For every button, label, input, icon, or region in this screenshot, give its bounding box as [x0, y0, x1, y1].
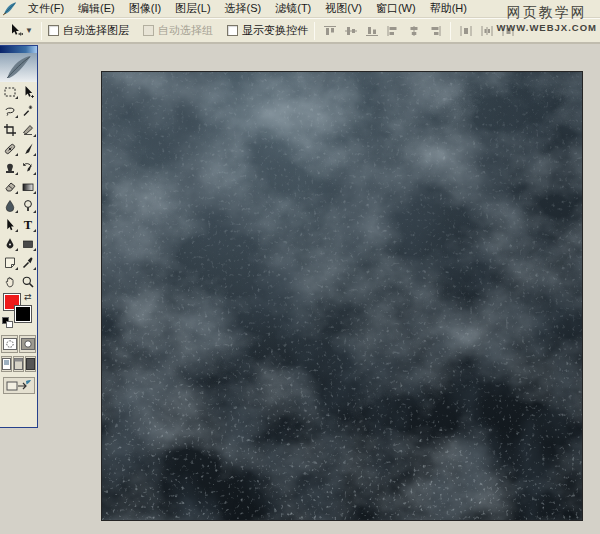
- blur-icon: [3, 199, 17, 213]
- menu-item-edit[interactable]: 编辑(E): [71, 0, 122, 16]
- align-top-edges-button[interactable]: [321, 22, 339, 39]
- history-brush-icon: [21, 161, 35, 175]
- default-colors-icon[interactable]: [2, 317, 14, 329]
- tool-crop[interactable]: [1, 120, 19, 139]
- distribute-horizontal-centers-button[interactable]: [478, 22, 496, 39]
- checkbox-auto-select-layer[interactable]: 自动选择图层: [48, 23, 129, 38]
- distribute-left-edges-button[interactable]: [457, 22, 475, 39]
- tool-slice[interactable]: [19, 120, 37, 139]
- move-tool-icon: [8, 23, 23, 39]
- checkbox-label: 显示变换控件: [242, 23, 308, 38]
- tool-clone-stamp[interactable]: [1, 158, 19, 177]
- standard-screen-mode-button[interactable]: [1, 356, 12, 372]
- align-bottom-edges-icon: [364, 24, 380, 38]
- work-area: [0, 44, 600, 534]
- tool-eraser[interactable]: [1, 177, 19, 196]
- imageready-icon: [6, 379, 32, 392]
- watermark: 网页教学网 WWW.WEBJX.COM: [496, 4, 597, 33]
- menu-item-file[interactable]: 文件(F): [21, 0, 71, 16]
- menu-item-view[interactable]: 视图(V): [318, 0, 369, 16]
- document-canvas[interactable]: [101, 71, 583, 521]
- lasso-icon: [3, 104, 17, 118]
- separator: [450, 22, 451, 40]
- tool-history-brush[interactable]: [19, 158, 37, 177]
- quick-mask-mode-button[interactable]: [19, 335, 36, 353]
- eyedropper-icon: [21, 256, 35, 270]
- pen-icon: [3, 237, 17, 251]
- watermark-url: WWW.WEBJX.COM: [496, 22, 597, 34]
- tool-hand[interactable]: [1, 272, 19, 291]
- menu-item-window[interactable]: 窗口(W): [369, 0, 423, 16]
- align-left-edges-icon: [385, 24, 401, 38]
- align-horizontal-centers-icon: [406, 24, 422, 38]
- tool-shape[interactable]: [19, 234, 37, 253]
- checkbox-box[interactable]: [227, 25, 238, 36]
- align-vertical-centers-icon: [343, 24, 359, 38]
- checkbox-box: [143, 25, 154, 36]
- tool-blur[interactable]: [1, 196, 19, 215]
- notes-icon: [3, 256, 17, 270]
- toolbox-palette: T ⇄: [0, 45, 38, 428]
- checkbox-show-transform-controls[interactable]: 显示变换控件: [227, 23, 308, 38]
- photoshop-feather-icon: [2, 1, 18, 16]
- standard-screen-icon: [2, 358, 11, 370]
- distribute-left-edges-icon: [458, 24, 474, 38]
- separator: [41, 22, 42, 40]
- tool-gradient[interactable]: [19, 177, 37, 196]
- tool-zoom[interactable]: [19, 272, 37, 291]
- tool-type[interactable]: T: [19, 215, 37, 234]
- tool-magic-wand[interactable]: [19, 101, 37, 120]
- type-icon: T: [21, 218, 35, 232]
- tool-healing-brush[interactable]: [1, 139, 19, 158]
- tool-eyedropper[interactable]: [19, 253, 37, 272]
- slice-icon: [21, 123, 35, 137]
- distribute-horizontal-centers-icon: [479, 24, 495, 38]
- menu-item-help[interactable]: 帮助(H): [423, 0, 474, 16]
- standard-mode-button[interactable]: [1, 335, 18, 353]
- screen-mode-buttons: [0, 354, 37, 374]
- align-horizontal-centers-button[interactable]: [405, 22, 423, 39]
- checkbox-group: 自动选择图层自动选择组显示变换控件: [48, 23, 308, 38]
- crop-icon: [3, 123, 17, 137]
- brush-icon: [21, 142, 35, 156]
- jump-to-imageready-row: [0, 374, 37, 396]
- checkbox-box[interactable]: [48, 25, 59, 36]
- edit-mode-buttons: [0, 333, 37, 354]
- toolbox-titlebar[interactable]: [0, 46, 37, 53]
- tool-rectangular-marquee[interactable]: [1, 82, 19, 101]
- eraser-icon: [3, 180, 17, 194]
- tool-pen[interactable]: [1, 234, 19, 253]
- tool-lasso[interactable]: [1, 101, 19, 120]
- menu-item-layer[interactable]: 图层(L): [168, 0, 217, 16]
- align-left-edges-button[interactable]: [384, 22, 402, 39]
- tool-preset-picker[interactable]: ▼: [6, 22, 35, 40]
- tool-brush[interactable]: [19, 139, 37, 158]
- menu-items: 文件(F)编辑(E)图像(I)图层(L)选择(S)滤镜(T)视图(V)窗口(W)…: [21, 1, 474, 16]
- tool-path-selection[interactable]: [1, 215, 19, 234]
- align-right-edges-button[interactable]: [426, 22, 444, 39]
- fullscreen-mode-button[interactable]: [25, 356, 36, 372]
- align-vertical-centers-button[interactable]: [342, 22, 360, 39]
- marquee-icon: [3, 85, 17, 99]
- menu-item-select[interactable]: 选择(S): [218, 0, 269, 16]
- zoom-icon: [21, 275, 35, 289]
- hand-icon: [3, 275, 17, 289]
- tool-notes[interactable]: [1, 253, 19, 272]
- background-color-swatch[interactable]: [15, 306, 31, 322]
- checkbox-auto-select-group: 自动选择组: [143, 23, 213, 38]
- fullscreen-with-menu-button[interactable]: [13, 356, 24, 372]
- fullscreen-menu-icon: [14, 358, 23, 370]
- photoshop-logo[interactable]: [0, 53, 37, 82]
- menu-item-filter[interactable]: 滤镜(T): [268, 0, 318, 16]
- swap-colors-icon[interactable]: ⇄: [24, 292, 32, 302]
- tool-dodge[interactable]: [19, 196, 37, 215]
- jump-to-imageready-button[interactable]: [3, 377, 35, 394]
- standard-mode-icon: [3, 338, 17, 350]
- chevron-down-icon: ▼: [25, 27, 33, 35]
- move-icon: [21, 85, 35, 99]
- align-bottom-edges-button[interactable]: [363, 22, 381, 39]
- menu-item-image[interactable]: 图像(I): [122, 0, 168, 16]
- tool-move[interactable]: [19, 82, 37, 101]
- grunge-texture-image: [102, 72, 582, 520]
- svg-text:T: T: [23, 218, 32, 232]
